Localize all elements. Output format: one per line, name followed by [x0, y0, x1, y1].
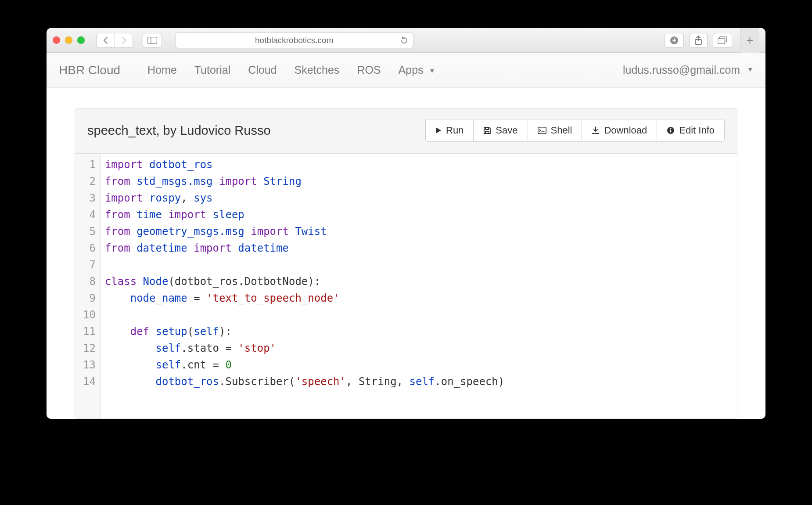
line-number: 3	[83, 190, 96, 206]
brand[interactable]: HBR Cloud	[59, 63, 120, 77]
line-number: 1	[83, 156, 96, 173]
download-button[interactable]: Download	[582, 119, 657, 142]
save-button[interactable]: Save	[474, 119, 528, 142]
minimize-window-button[interactable]	[65, 36, 72, 44]
caret-down-icon: ▼	[429, 67, 435, 74]
line-number: 6	[83, 240, 96, 256]
panel-title: speech_text, by Ludovico Russo	[87, 123, 271, 138]
code-editor[interactable]: 1234567891011121314 import dotbot_rosfro…	[75, 154, 737, 418]
panel-toolbar: Run Save Shell Download	[425, 119, 725, 142]
svg-rect-6	[538, 127, 546, 133]
nav-cloud[interactable]: Cloud	[248, 64, 277, 76]
browser-window: hotblackrobotics.com	[47, 28, 765, 419]
terminal-icon	[538, 127, 546, 134]
code-line[interactable]: self.stato = 'stop'	[105, 340, 504, 357]
code-line[interactable]: class Node(dotbot_ros.DotbotNode):	[105, 273, 504, 290]
line-number: 12	[83, 340, 96, 357]
code-area[interactable]: import dotbot_rosfrom std_msgs.msg impor…	[101, 154, 504, 418]
code-line[interactable]: dotbot_ros.Subscriber('speech', String, …	[105, 373, 504, 390]
page-content: speech_text, by Ludovico Russo Run Save …	[47, 88, 765, 419]
line-number: 13	[83, 357, 96, 373]
nav-home[interactable]: Home	[147, 64, 177, 76]
edit-info-button[interactable]: Edit Info	[657, 119, 725, 142]
code-line[interactable]: from std_msgs.msg import String	[105, 173, 504, 190]
line-number: 10	[83, 307, 96, 323]
line-number: 5	[83, 223, 96, 240]
new-tab-button[interactable]: +	[740, 28, 759, 53]
svg-rect-9	[670, 130, 671, 133]
line-number: 8	[83, 273, 96, 290]
line-number: 14	[83, 373, 96, 390]
app-navbar: HBR Cloud Home Tutorial Cloud Sketches R…	[47, 53, 765, 88]
sketch-panel: speech_text, by Ludovico Russo Run Save …	[75, 108, 737, 419]
code-line[interactable]: from time import sleep	[105, 206, 504, 223]
download-circle-icon	[669, 36, 679, 45]
code-line[interactable]: import dotbot_ros	[105, 156, 504, 173]
plus-icon: +	[746, 33, 753, 47]
code-line[interactable]	[105, 256, 504, 273]
back-button[interactable]	[96, 33, 115, 48]
nav-ros[interactable]: ROS	[357, 64, 381, 76]
address-bar-text: hotblackrobotics.com	[255, 36, 333, 45]
line-number: 4	[83, 206, 96, 223]
browser-titlebar: hotblackrobotics.com	[47, 28, 765, 53]
nav-sketches[interactable]: Sketches	[295, 64, 340, 76]
chevron-right-icon	[121, 36, 127, 44]
reload-icon	[400, 36, 409, 45]
close-window-button[interactable]	[53, 36, 60, 44]
address-bar[interactable]: hotblackrobotics.com	[175, 32, 413, 48]
line-number: 2	[83, 173, 96, 190]
line-number: 11	[83, 323, 96, 340]
forward-button[interactable]	[115, 33, 133, 48]
chevron-left-icon	[103, 36, 109, 44]
caret-down-icon: ▼	[747, 66, 753, 73]
code-line[interactable]: def setup(self):	[105, 323, 504, 340]
shell-button[interactable]: Shell	[528, 119, 582, 142]
reload-button[interactable]	[400, 36, 409, 45]
code-line[interactable]	[105, 307, 504, 323]
info-icon	[667, 126, 675, 134]
line-number: 7	[83, 256, 96, 273]
code-line[interactable]: from geometry_msgs.msg import Twist	[105, 223, 504, 240]
downloads-button[interactable]	[665, 33, 684, 48]
svg-rect-5	[718, 38, 725, 43]
tabs-button[interactable]	[713, 33, 732, 48]
share-button[interactable]	[689, 33, 708, 48]
nav-tutorial[interactable]: Tutorial	[194, 64, 230, 76]
svg-point-8	[670, 128, 672, 130]
sidebar-icon	[147, 37, 157, 44]
panel-header: speech_text, by Ludovico Russo Run Save …	[75, 108, 737, 154]
share-icon	[694, 36, 702, 45]
nav-user-email: ludus.russo@gmail.com	[623, 64, 740, 76]
nav-apps[interactable]: Apps ▼	[399, 64, 435, 76]
play-icon	[435, 127, 442, 134]
svg-rect-0	[148, 37, 157, 43]
window-controls	[53, 36, 85, 44]
nav-user-menu[interactable]: ludus.russo@gmail.com ▼	[623, 64, 753, 76]
tabs-icon	[718, 36, 727, 44]
fullscreen-window-button[interactable]	[77, 36, 85, 44]
line-number: 9	[83, 290, 96, 307]
line-number-gutter: 1234567891011121314	[75, 154, 101, 418]
download-icon	[592, 126, 600, 134]
code-line[interactable]: self.cnt = 0	[105, 357, 504, 373]
code-line[interactable]: from datetime import datetime	[105, 240, 504, 256]
nav-back-forward-group	[96, 33, 133, 48]
save-icon	[483, 126, 491, 134]
sidebar-toggle-button[interactable]	[143, 33, 162, 48]
code-line[interactable]: import rospy, sys	[105, 190, 504, 206]
run-button[interactable]: Run	[425, 119, 474, 142]
code-line[interactable]: node_name = 'text_to_speech_node'	[105, 290, 504, 307]
